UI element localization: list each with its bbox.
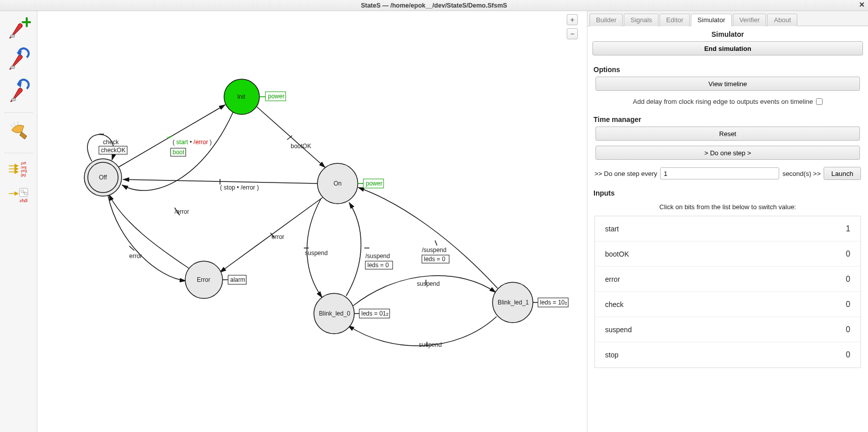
input-value[interactable]: 0: [835, 325, 850, 334]
window-title: StateS — /home/epok__/dev/StateS/Demo.Sf…: [361, 2, 507, 9]
delay-label: Add delay from clock rising edge to outp…: [633, 98, 813, 105]
input-row[interactable]: stop 0: [595, 342, 860, 367]
svg-text:leds = 0: leds = 0: [367, 262, 389, 269]
svg-text:leds = 10₂: leds = 10₂: [540, 299, 567, 306]
input-name: suspend: [605, 326, 835, 334]
svg-marker-13: [15, 164, 18, 167]
svg-text:boot: boot: [173, 149, 185, 156]
svg-text:alarm: alarm: [230, 276, 245, 283]
close-icon[interactable]: ✕: [859, 1, 865, 8]
svg-marker-15: [15, 170, 18, 173]
export-vhdl-button[interactable]: .vhdl: [5, 183, 33, 207]
time-manager-heading: Time manager: [587, 112, 868, 127]
step-every-post: second(s) >>: [782, 170, 821, 177]
fsm-diagram[interactable]: check checkOK ( start • /error ) boot /e…: [37, 11, 587, 424]
svg-marker-14: [15, 167, 18, 170]
svg-text:/suspend: /suspend: [365, 253, 390, 260]
open-project-button[interactable]: [5, 45, 33, 74]
input-row[interactable]: bootOK 0: [595, 241, 860, 267]
svg-text:leds = 01₂: leds = 01₂: [361, 310, 389, 317]
input-row[interactable]: error 0: [595, 267, 860, 292]
input-value[interactable]: 0: [835, 350, 850, 359]
input-name: stop: [605, 351, 835, 359]
svg-text:bootOK: bootOK: [291, 143, 311, 150]
svg-text:( stop • /error ): ( stop • /error ): [220, 184, 259, 191]
tab-editor[interactable]: Editor: [660, 14, 690, 26]
svg-text:/error: /error: [175, 208, 189, 215]
input-name: start: [605, 225, 835, 233]
input-name: error: [605, 275, 835, 283]
svg-line-43: [129, 246, 134, 251]
launch-button[interactable]: Launch: [824, 167, 861, 180]
svg-text:Init: Init: [237, 93, 246, 100]
svg-text:suspend: suspend: [305, 250, 328, 257]
svg-text:.vhdl: .vhdl: [19, 199, 28, 203]
reset-button[interactable]: Reset: [595, 127, 860, 141]
right-panel: Builder Signals Editor Simulator Verifie…: [587, 11, 868, 432]
inputs-heading: Inputs: [587, 186, 868, 200]
inputs-table: start 1 bootOK 0 error 0 check 0 suspend…: [594, 216, 861, 368]
step-every-pre: >> Do one step every: [594, 170, 657, 177]
input-row[interactable]: check 0: [595, 292, 860, 317]
delay-checkbox[interactable]: [816, 98, 823, 105]
svg-line-7: [11, 124, 13, 128]
svg-line-51: [435, 240, 437, 245]
save-project-button[interactable]: [5, 77, 33, 105]
svg-text:suspend: suspend: [419, 341, 442, 348]
tab-verifier[interactable]: Verifier: [733, 14, 766, 26]
svg-text:.jpg: .jpg: [20, 173, 26, 177]
svg-line-31: [167, 136, 172, 138]
svg-text:checkOK: checkOK: [101, 147, 126, 154]
svg-rect-3: [11, 66, 15, 69]
svg-text:( start • /error ): ( start • /error ): [173, 139, 212, 146]
new-project-button[interactable]: [5, 14, 33, 42]
inputs-hint: Click on bits from the list below to swi…: [587, 200, 868, 216]
svg-text:power: power: [268, 93, 285, 100]
end-simulation-button[interactable]: End simulation: [592, 41, 863, 55]
svg-text:error: error: [129, 253, 142, 260]
titlebar: StateS — /home/epok__/dev/StateS/Demo.Sf…: [0, 0, 868, 11]
svg-text:Error: Error: [197, 276, 210, 283]
svg-text:suspend: suspend: [417, 280, 440, 287]
tab-about[interactable]: About: [767, 14, 797, 26]
svg-text:leds = 0: leds = 0: [424, 256, 446, 263]
svg-marker-21: [15, 192, 18, 195]
svg-text:Blink_led_0: Blink_led_0: [319, 310, 350, 317]
tab-signals[interactable]: Signals: [624, 14, 659, 26]
panel-title: Simulator: [587, 26, 868, 41]
step-interval-input[interactable]: [660, 167, 779, 179]
input-value[interactable]: 0: [835, 300, 850, 309]
tab-builder[interactable]: Builder: [589, 14, 623, 26]
input-name: check: [605, 300, 835, 308]
svg-text:/suspend: /suspend: [422, 246, 447, 254]
export-image-button[interactable]: .pdf .svg .png .jpg: [5, 157, 33, 180]
tab-bar: Builder Signals Editor Simulator Verifie…: [587, 11, 868, 26]
view-timeline-button[interactable]: View timeline: [595, 77, 860, 91]
svg-text:power: power: [366, 180, 383, 187]
input-name: bootOK: [605, 250, 835, 258]
canvas-area[interactable]: + − check checkOK: [37, 11, 587, 432]
svg-text:Off: Off: [99, 174, 107, 181]
svg-line-9: [18, 121, 18, 125]
left-toolbar: .pdf .svg .png .jpg .vhdl: [0, 11, 37, 432]
input-value[interactable]: 1: [835, 224, 850, 233]
svg-text:check: check: [103, 139, 119, 146]
svg-rect-6: [12, 98, 16, 101]
svg-text:error: error: [272, 233, 284, 240]
options-heading: Options: [587, 63, 868, 77]
svg-text:Blink_led_1: Blink_led_1: [498, 299, 529, 306]
input-value[interactable]: 0: [835, 275, 850, 284]
input-row[interactable]: suspend 0: [595, 317, 860, 342]
input-value[interactable]: 0: [835, 250, 850, 259]
input-row[interactable]: start 1: [595, 216, 860, 241]
svg-text:On: On: [334, 180, 342, 187]
svg-line-8: [14, 122, 15, 126]
svg-rect-0: [11, 35, 15, 37]
clear-button[interactable]: [5, 117, 33, 145]
do-one-step-button[interactable]: > Do one step >: [595, 146, 860, 160]
tab-simulator[interactable]: Simulator: [691, 14, 732, 26]
